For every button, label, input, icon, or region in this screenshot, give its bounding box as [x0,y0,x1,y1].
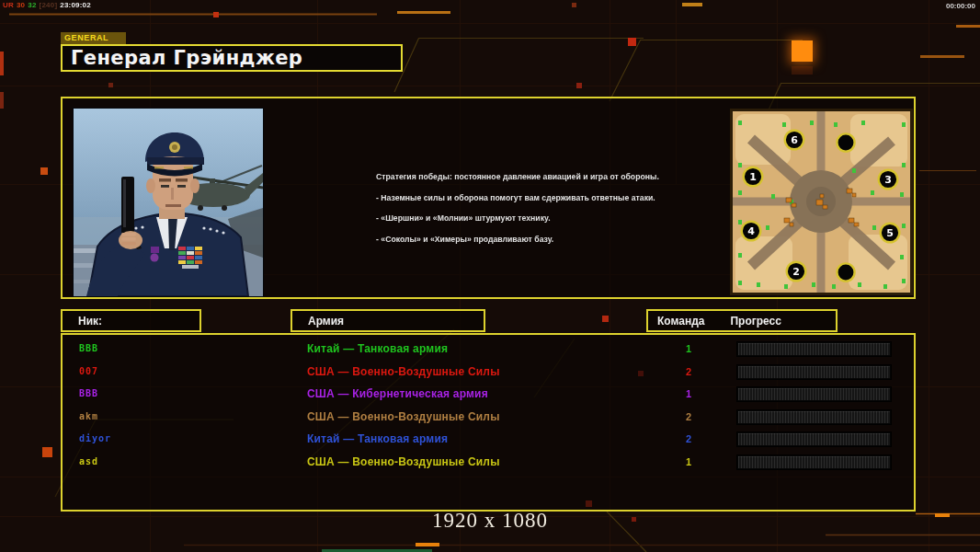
decor-red-tick [0,92,4,109]
player-row: diyor Китай — Танковая армия 2 [63,429,914,451]
spawn-number: 3 [884,174,892,186]
player-team: 2 [677,411,701,422]
decor-square [576,83,582,88]
player-team: 1 [677,456,701,467]
decor-square [572,3,576,7]
player-row: akm США — Военно-Воздушные Силы 2 [63,407,914,429]
progress-bar [737,455,891,469]
decor-square [628,38,636,46]
progress-bar [737,342,891,356]
player-row: 007 США — Военно-Воздушные Силы 2 [63,362,914,384]
decor-square [108,83,113,87]
decor-dash [682,3,702,6]
tab-general[interactable]: GENERAL [61,32,126,44]
spawn-number: 6 [791,134,798,146]
decor-dash [397,11,450,14]
progress-bar [737,410,891,424]
column-header-nick: Ник: [61,309,201,332]
debug-bracket: [240] [40,1,58,9]
progress-bar [737,365,891,379]
general-title-box: Генерал Грэйнджер [61,44,403,72]
column-header-team-progress: Команда Прогресс [646,309,838,332]
match-clock: 00:00:00 [946,2,975,10]
player-list: BBB Китай — Танковая армия 1 007 США — В… [61,333,916,512]
player-team: 1 [677,343,701,354]
resolution-label: 1920 x 1080 [0,509,980,533]
debug-value: 32 [28,1,36,9]
column-header-army: Армия [291,309,485,332]
player-army: США — Военно-Воздушные Силы [307,365,500,378]
debug-time: 23:09:02 [60,1,91,9]
decor-dash [416,543,439,546]
general-name: Генерал Грэйнджер [63,47,302,69]
decor-square [40,167,48,175]
led-reflection [792,66,813,75]
map-hole [837,263,854,281]
player-row: asd США — Военно-Воздушные Силы 1 [63,452,914,474]
decor-square [602,316,609,322]
progress-bar [737,432,891,446]
spawn-number: 1 [749,171,757,183]
minimap: 6 1 3 4 5 2 [730,109,913,295]
player-army: Китай — Танковая армия [307,432,448,445]
spawn-number: 5 [886,227,894,239]
decor-square [42,447,52,457]
lobby-screen: UR3032[240]23:09:02 00:00:00 GENERAL Ген… [0,0,980,552]
strategy-line: - Наземные силы и оборона помогут вам сд… [376,193,693,202]
player-nick: asd [79,456,98,466]
player-nick: akm [79,411,98,421]
player-row: BBB Китай — Танковая армия 1 [63,339,914,361]
decor-dash [956,25,980,28]
map-hole [837,133,854,151]
player-army: США — Кибернетическая армия [307,387,488,400]
decor-dash [920,55,964,58]
spawn-number: 2 [792,266,800,278]
player-army: Китай — Танковая армия [307,342,448,355]
player-nick: 007 [79,366,98,376]
debug-fps: 30 [17,1,25,9]
player-army: США — Военно-Воздушные Силы [307,455,500,468]
spawn-number: 4 [747,225,755,237]
briefing-panel: Стратегия победы: постоянное давление ав… [61,97,916,299]
strategy-line: Стратегия победы: постоянное давление ав… [376,172,693,181]
player-team: 1 [677,388,701,399]
player-nick: BBB [79,343,98,353]
player-row: BBB США — Кибернетическая армия 1 [63,384,914,406]
debug-overlay: UR3032[240]23:09:02 [3,1,94,9]
debug-tag: UR [3,1,14,9]
player-team: 2 [677,433,701,444]
general-portrait [73,108,264,297]
strategy-text: Стратегия победы: постоянное давление ав… [376,172,693,255]
player-team: 2 [677,366,701,377]
strategy-line: - «Соколы» и «Химеры» продавливают базу. [376,235,693,244]
player-nick: diyor [79,433,111,443]
strategy-line: - «Шершни» и «Молнии» штурмуют технику. [376,213,693,223]
player-army: США — Военно-Воздушные Силы [307,410,500,423]
decor-red-tick [0,52,4,75]
player-nick: BBB [79,388,98,398]
progress-bar [737,387,891,401]
led-square [792,40,813,62]
decor-square [213,12,219,17]
